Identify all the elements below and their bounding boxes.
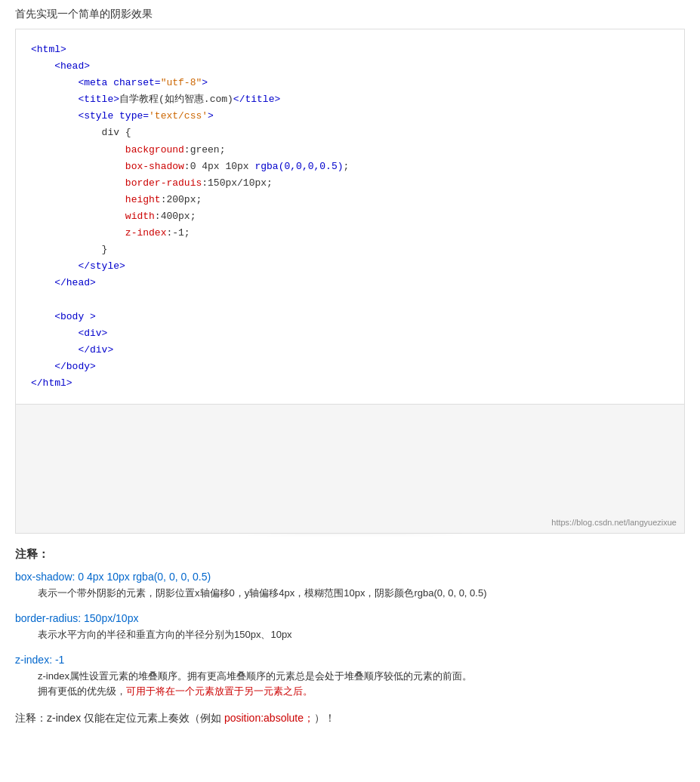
note-item-2: border-radius: 150px/10px 表示水平方向的半径和垂直方向… — [15, 612, 685, 643]
code-line-13: z-index:-1; — [31, 225, 669, 242]
note-desc-2: 表示水平方向的半径和垂直方向的半径分别为150px、10px — [38, 627, 685, 643]
code-line-12: width:400px; — [31, 208, 669, 225]
code-line-11: height:200px; — [31, 192, 669, 208]
note-desc-3a: z-index属性设置元素的堆叠顺序。拥有更高堆叠顺序的元素总是会处于堆叠顺序较… — [38, 669, 685, 685]
note-term-2: border-radius: 150px/10px — [15, 612, 685, 624]
code-line-20: </body> — [31, 359, 669, 375]
code-line-21: </html> — [31, 375, 669, 392]
demo-green-box — [199, 420, 501, 525]
code-block: <html> <head> <meta charset="utf-8"> <ti… — [15, 29, 685, 405]
final-note-text: 注释：z-index 仅能在定位元素上奏效（例如 — [15, 712, 224, 724]
code-line-16: </head> — [31, 275, 669, 291]
notes-title: 注释： — [15, 547, 685, 562]
code-line-19: </div> — [31, 342, 669, 359]
note-item-3: z-index: -1 z-index属性设置元素的堆叠顺序。拥有更高堆叠顺序的… — [15, 654, 685, 700]
final-note-code: position:absolute； — [224, 712, 314, 724]
code-line-4: <meta charset="utf-8"> — [31, 75, 669, 91]
code-line-7: div { — [31, 125, 669, 141]
code-line-14: } — [31, 242, 669, 258]
code-line-5: <title>自学教程(如约智惠.com)</title> — [31, 91, 669, 108]
code-line-6: <style type='text/css'> — [31, 108, 669, 125]
code-line-8: background:green; — [31, 142, 669, 159]
watermark: https://blog.csdn.net/langyuezixue — [551, 518, 677, 527]
code-line-9: box-shadow:0 4px 10px rgba(0,0,0,0.5); — [31, 159, 669, 175]
note-term-3: z-index: -1 — [15, 654, 685, 666]
code-line-2: <html> — [31, 42, 669, 58]
note-term-1: box-shadow: 0 4px 10px rgba(0, 0, 0, 0.5… — [15, 571, 685, 583]
intro-text: 首先实现一个简单的阴影效果 — [15, 8, 685, 21]
code-line-blank — [31, 291, 669, 308]
demo-area: https://blog.csdn.net/langyuezixue — [15, 405, 685, 534]
note-desc-3b: 拥有更低的优先级，可用于将在一个元素放置于另一元素之后。 — [38, 684, 685, 700]
code-line-18: <div> — [31, 325, 669, 342]
code-line-3: <head> — [31, 58, 669, 75]
code-line-15: </style> — [31, 258, 669, 275]
final-note: 注释：z-index 仅能在定位元素上奏效（例如 position:absolu… — [15, 712, 685, 725]
note-desc-1: 表示一个带外阴影的元素，阴影位置x轴偏移0，y轴偏移4px，模糊范围10px，阴… — [38, 586, 685, 602]
notes-section: 注释： box-shadow: 0 4px 10px rgba(0, 0, 0,… — [15, 547, 685, 725]
note-item-1: box-shadow: 0 4px 10px rgba(0, 0, 0, 0.5… — [15, 571, 685, 602]
code-line-10: border-raduis:150px/10px; — [31, 175, 669, 192]
final-note-end: ）！ — [314, 712, 335, 724]
code-line-17: <body > — [31, 309, 669, 325]
